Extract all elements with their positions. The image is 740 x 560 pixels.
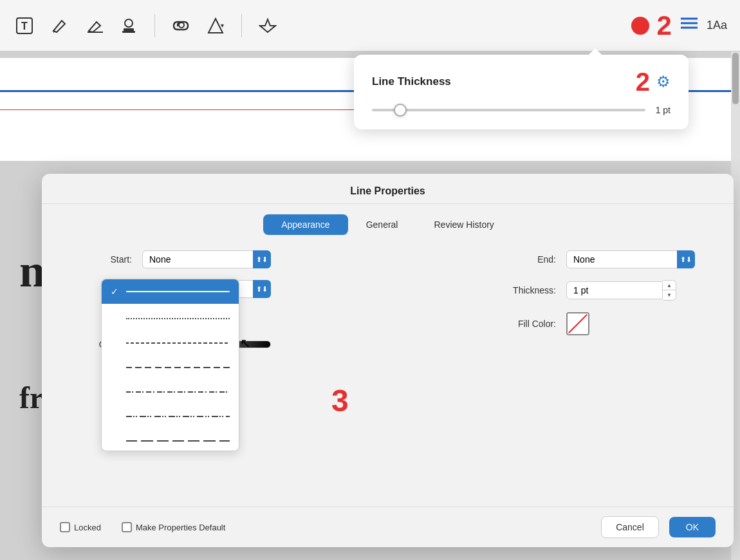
- slider-row: 1 pt: [372, 105, 671, 115]
- fill-color-swatch[interactable]: [566, 312, 589, 335]
- dialog-title: Line Properties: [42, 174, 734, 204]
- line-preview-dash-dot: [126, 389, 230, 390]
- popover-arrow: [589, 48, 602, 55]
- line-preview-solid: [126, 291, 230, 292]
- dropdown-item-dash-dot[interactable]: [102, 377, 239, 402]
- end-select[interactable]: None: [566, 250, 695, 268]
- stamp-icon[interactable]: [117, 14, 140, 37]
- right-section: End: None ⬆⬇ Thickness: ▲ ▼: [492, 250, 695, 347]
- svg-text:▾: ▾: [221, 22, 224, 29]
- start-label: Start:: [80, 254, 132, 265]
- shape-icon[interactable]: ▾: [204, 14, 227, 37]
- line-preview-dashed-medium: [126, 364, 230, 366]
- scrollbar-thumb[interactable]: [732, 53, 739, 104]
- check-mark-solid: ✓: [111, 286, 121, 297]
- toolbar: T ▾ 2 1Aa: [0, 0, 740, 51]
- svg-text:T: T: [21, 21, 28, 32]
- dialog-tabs: Appearance General Review History: [42, 204, 734, 235]
- line-preview-dashed-long: [126, 438, 230, 439]
- eraser-icon[interactable]: [82, 14, 106, 37]
- thickness-spinner: ▲ ▼: [566, 280, 676, 301]
- dropdown-item-dashed-medium[interactable]: [102, 353, 239, 377]
- make-default-label: Make Properties Default: [136, 523, 225, 532]
- start-select[interactable]: None: [142, 250, 271, 268]
- make-default-group: Make Properties Default: [122, 522, 225, 532]
- line-preview-dotted: [126, 315, 230, 317]
- link-icon[interactable]: [169, 14, 192, 37]
- svg-point-3: [125, 19, 133, 27]
- style-dropdown: ✓: [101, 279, 239, 451]
- badge-number-2: 2: [657, 12, 672, 39]
- dropdown-item-dashed-long[interactable]: [102, 426, 239, 451]
- toolbar-right: 2 1Aa: [631, 12, 727, 39]
- line-thickness-popover: Line Thickness 2 ⚙ 1 pt: [354, 55, 689, 129]
- toolbar-separator-2: [241, 14, 242, 37]
- badge-number-3: 3: [331, 383, 349, 418]
- popover-header-right: 2 ⚙: [636, 69, 671, 95]
- locked-checkbox[interactable]: [60, 522, 70, 532]
- locked-group: Locked: [60, 522, 101, 532]
- font-icon[interactable]: 1Aa: [707, 19, 727, 32]
- line-properties-dialog: Line Properties Appearance General Revie…: [42, 174, 734, 547]
- slider-thumb[interactable]: [394, 104, 407, 117]
- text-icon[interactable]: T: [13, 14, 36, 37]
- thickness-label: Thickness:: [492, 285, 556, 295]
- red-line: [0, 109, 354, 110]
- ok-button[interactable]: OK: [669, 517, 716, 537]
- dialog-body: Start: None ⬆⬇ Style: —————————— ⬆⬇ 3 Co…: [42, 235, 734, 507]
- svg-rect-4: [124, 28, 134, 31]
- cancel-button[interactable]: Cancel: [601, 516, 659, 538]
- popover-num-badge: 2: [636, 69, 650, 95]
- tab-general[interactable]: General: [348, 214, 416, 235]
- gear-icon[interactable]: ⚙: [656, 73, 671, 91]
- fill-color-label: Fill Color:: [492, 319, 556, 329]
- make-default-checkbox[interactable]: [122, 522, 132, 532]
- popover-header: Line Thickness 2 ⚙: [372, 69, 671, 95]
- pen-icon[interactable]: [48, 14, 71, 37]
- dropdown-item-dotted[interactable]: [102, 304, 239, 328]
- spinner-up-arrow[interactable]: ▲: [663, 281, 676, 290]
- svg-rect-5: [122, 31, 135, 33]
- svg-point-6: [179, 23, 184, 28]
- end-label: End:: [492, 254, 556, 265]
- line-preview-dash-dot-dot: [126, 413, 230, 415]
- end-select-wrapper: None ⬆⬇: [566, 250, 695, 268]
- dropdown-item-solid[interactable]: ✓: [102, 279, 239, 304]
- tab-review-history[interactable]: Review History: [416, 214, 512, 235]
- slider-track[interactable]: [372, 109, 645, 111]
- lines-icon[interactable]: [680, 15, 699, 37]
- toolbar-separator-1: [154, 14, 155, 37]
- dialog-footer: Locked Make Properties Default Cancel OK: [42, 507, 734, 547]
- spinner-down-arrow[interactable]: ▼: [663, 290, 676, 300]
- thickness-row: Thickness: ▲ ▼: [492, 280, 695, 301]
- line-preview-dashed-small: [126, 340, 230, 341]
- thickness-input[interactable]: [566, 281, 663, 299]
- end-row: End: None ⬆⬇: [492, 250, 695, 268]
- locked-label: Locked: [74, 523, 101, 532]
- dropdown-item-dash-dot-dot[interactable]: [102, 402, 239, 426]
- tab-appearance[interactable]: Appearance: [263, 214, 348, 235]
- slider-value: 1 pt: [656, 105, 671, 115]
- pin-icon[interactable]: [256, 14, 279, 37]
- fill-color-row: Fill Color:: [492, 312, 695, 335]
- dropdown-item-dashed-small[interactable]: [102, 328, 239, 353]
- popover-title: Line Thickness: [372, 75, 451, 88]
- spinner-arrows: ▲ ▼: [663, 280, 676, 301]
- start-select-wrapper: None ⬆⬇: [142, 250, 271, 268]
- red-circle-indicator[interactable]: [631, 17, 649, 35]
